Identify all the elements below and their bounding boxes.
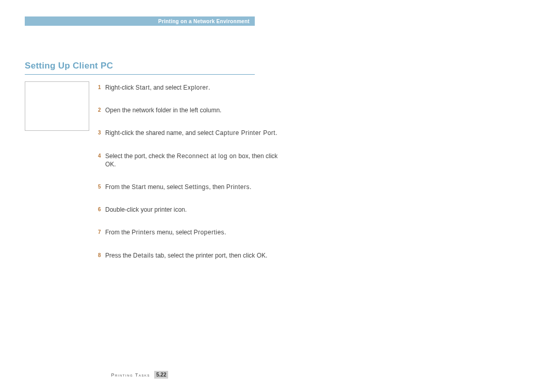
body-text: Right-click [105,84,136,91]
step-text: From the Printers menu, select Propertie… [105,228,289,236]
section-title: Setting Up Client PC [25,61,255,75]
command-text: Printers [132,229,155,236]
image-placeholder [25,81,89,131]
body-text: menu, select [146,183,185,191]
step-number: 6 [98,206,105,214]
step-text: From the Start menu, select Settings, th… [105,183,289,191]
command-text: Start [132,183,146,191]
body-text: . [250,183,251,191]
header-bar: Printing on a Network Environment [25,16,255,26]
step-number: 2 [98,106,105,114]
step-number: 7 [98,228,105,236]
body-text: . [224,229,226,236]
step-row: 3Right-click the shared name, and select… [98,129,289,137]
step-text: Select the port, check the Reconnect at … [105,152,289,168]
body-text: From the [105,229,132,236]
step-text: Open the network folder in the left colu… [105,106,289,114]
step-number: 4 [98,152,105,160]
body-text: , and select [150,84,184,91]
step-number: 8 [98,251,105,260]
command-text: Capture Printer Port [215,129,275,137]
body-text: Double-click your printer icon. [105,206,187,213]
body-text: . [275,129,277,137]
step-row: 2Open the network folder in the left col… [98,106,289,114]
body-text: . [208,84,210,91]
body-text: Open the network folder in the left colu… [105,107,221,114]
body-text: tab, select the printer port, then click… [154,252,267,259]
step-number: 1 [98,83,105,92]
step-text: Right-click the shared name, and select … [105,129,289,137]
body-text: Press the [105,252,133,259]
step-row: 4Select the port, check the Reconnect at… [98,152,289,168]
command-text: Start [136,84,150,91]
step-text: Right-click Start, and select Explorer. [105,83,289,92]
step-number: 3 [98,129,105,137]
step-row: 7From the Printers menu, select Properti… [98,228,289,236]
footer-label: Printing Tasks [111,372,151,378]
body-text: menu, select [155,229,194,236]
command-text: Settings [185,183,209,191]
steps-list: 1Right-click Start, and select Explorer.… [98,83,289,274]
body-text: Right-click the shared name, and select [105,129,215,137]
command-text: Details [133,252,154,259]
command-text: Printers [226,183,250,191]
step-row: 1Right-click Start, and select Explorer. [98,83,289,92]
step-row: 6Double-click your printer icon. [98,206,289,214]
step-row: 5From the Start menu, select Settings, t… [98,183,289,191]
body-text: , then [209,183,226,191]
body-text: From the [105,183,132,191]
step-text: Press the Details tab, select the printe… [105,251,289,260]
footer-page: 5.22 [154,371,168,379]
command-text: Properties [193,229,224,236]
header-title: Printing on a Network Environment [158,19,250,24]
step-row: 8Press the Details tab, select the print… [98,251,289,260]
body-text: Select the port, check the [105,152,177,160]
footer: Printing Tasks 5.22 [25,371,255,379]
step-text: Double-click your printer icon. [105,206,289,214]
command-text: Explorer [183,84,208,91]
command-text: Reconnect at log on [177,152,237,160]
step-number: 5 [98,183,105,191]
